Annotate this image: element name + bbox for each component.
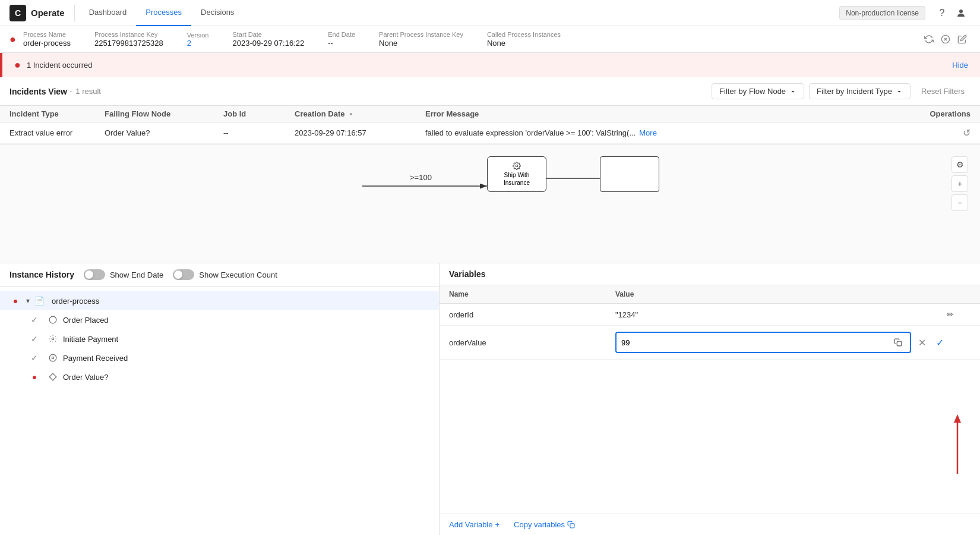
cell-failing-flow-node: Order Value? (105, 127, 223, 139)
svg-point-9 (52, 338, 54, 340)
history-expand-btn[interactable]: ▾ (26, 297, 30, 305)
show-execution-count-toggle-group: Show Execution Count (173, 269, 277, 280)
flow-line-svg (546, 172, 606, 184)
flow-zoom-out-btn[interactable]: − (951, 194, 968, 211)
flow-node-label: Ship WithInsurance (504, 171, 530, 187)
parent-key-label: Parent Process Instance Key (379, 31, 463, 38)
flow-settings-btn[interactable]: ⚙ (951, 156, 968, 173)
circle-gear-icon (48, 353, 58, 363)
incidents-title: Incidents View (10, 87, 67, 96)
var-copy-btn[interactable] (891, 335, 905, 350)
history-item-order-placed: ✓ Order Placed (19, 310, 439, 329)
license-badge: Non-production license (839, 6, 925, 20)
filter-flow-node-btn[interactable]: Filter by Flow Node (712, 83, 804, 99)
incidents-section: Incidents View - 1 result Filter by Flow… (0, 77, 980, 144)
user-icon[interactable] (951, 4, 970, 23)
cell-creation-date: 2023-09-29 07:16:57 (295, 127, 425, 139)
col-failing-flow-node: Failing Flow Node (105, 109, 223, 118)
history-title: Instance History (10, 270, 74, 279)
circle-icon (48, 314, 58, 325)
copy-variables-btn[interactable]: Copy variables (514, 520, 575, 529)
history-item-process[interactable]: ● ▾ 📄 order-process (0, 291, 439, 310)
parent-key-group: Parent Process Instance Key None (379, 31, 463, 48)
var-edit-btn-orderid[interactable]: ✏ (947, 310, 970, 319)
variables-title: Variables (449, 269, 486, 279)
history-error-icon-2: ● (29, 371, 40, 383)
chevron-down-icon (789, 88, 796, 95)
instance-key-value: 2251799813725328 (94, 39, 163, 48)
history-doc-icon: 📄 (34, 296, 45, 306)
nav-decisions[interactable]: Decisions (191, 0, 244, 26)
bottom-split: Instance History Show End Date Show Exec… (0, 263, 980, 535)
svg-marker-16 (954, 414, 961, 423)
show-execution-count-label: Show Execution Count (199, 270, 277, 279)
version-label: Version (187, 32, 209, 39)
show-execution-count-toggle[interactable] (173, 269, 194, 280)
flow-controls: ⚙ + − (951, 156, 968, 211)
gear-icon (513, 162, 521, 170)
history-check-icon-3: ✓ (29, 352, 40, 364)
diamond-icon (48, 372, 58, 382)
called-instances-value: None (487, 39, 561, 48)
flow-node-next (600, 156, 659, 192)
col-creation-date: Creation Date (295, 109, 425, 118)
variables-list: orderId "1234" ✏ orderValue (440, 304, 980, 514)
process-name-value: order-process (23, 39, 71, 48)
page: C Operate Dashboard Processes Decisions … (0, 0, 980, 535)
toggle-knob-exec-count (174, 270, 182, 279)
svg-point-0 (959, 10, 963, 13)
svg-marker-12 (49, 373, 56, 380)
var-edit-area: ✕ ✓ (615, 332, 947, 353)
top-nav: C Operate Dashboard Processes Decisions … (0, 0, 980, 26)
cell-operations: ↺ (887, 127, 970, 139)
filter-flow-node-label: Filter by Flow Node (719, 87, 786, 96)
variables-footer: Add Variable + Copy variables (440, 514, 980, 535)
variable-row-orderid: orderId "1234" ✏ (440, 304, 980, 326)
flow-diagram-area: >=100 Ship WithInsurance ⚙ (0, 144, 980, 263)
var-name-ordervalue: orderValue (449, 338, 615, 347)
help-icon[interactable]: ? (932, 4, 951, 23)
incidents-separator: - (69, 87, 72, 96)
var-cancel-btn[interactable]: ✕ (915, 335, 929, 350)
nav-processes[interactable]: Processes (136, 0, 191, 26)
var-confirm-btn[interactable]: ✓ (932, 335, 947, 350)
history-item-order-value: ● Order Value? (19, 367, 439, 386)
instance-key-group: Process Instance Key 2251799813725328 (94, 31, 163, 48)
modify-icon[interactable] (954, 31, 970, 48)
error-more-link[interactable]: More (639, 128, 657, 137)
variables-panel: Variables Name Value orderId "1234" ✏ (440, 263, 980, 535)
logo-area: C Operate (10, 5, 75, 21)
start-date-value: 2023-09-29 07:16:22 (232, 39, 304, 48)
toggle-knob-end-date (85, 270, 93, 279)
incident-hide-link[interactable]: Hide (952, 61, 968, 70)
show-end-date-toggle[interactable] (84, 269, 105, 280)
nav-dashboard[interactable]: Dashboard (80, 0, 137, 26)
version-group: Version 2 (187, 32, 209, 48)
flow-zoom-in-btn[interactable]: + (951, 175, 968, 192)
instance-key-label: Process Instance Key (94, 31, 163, 38)
flow-node-ship-insurance: Ship WithInsurance (487, 156, 546, 192)
end-date-group: End Date -- (328, 31, 355, 48)
var-value-orderid: "1234" (615, 310, 947, 319)
var-edit-input-ordervalue[interactable] (621, 338, 889, 347)
incidents-table-row: Extract value error Order Value? -- 2023… (0, 122, 980, 144)
app-logo: C (10, 5, 26, 21)
retry-icon[interactable] (921, 31, 937, 48)
filter-incident-type-btn[interactable]: Filter by Incident Type (809, 83, 911, 99)
version-value[interactable]: 2 (187, 39, 209, 48)
reset-filters-btn[interactable]: Reset Filters (915, 84, 970, 99)
history-item-initiate-payment: ✓ Initiate Payment (19, 329, 439, 348)
instance-history-panel: Instance History Show End Date Show Exec… (0, 263, 440, 535)
chevron-down-icon-2 (896, 88, 903, 95)
incidents-table-header: Incident Type Failing Flow Node Job Id C… (0, 106, 980, 122)
history-process-name: order-process (52, 297, 99, 306)
cancel-icon[interactable] (937, 31, 954, 48)
end-date-value: -- (328, 39, 355, 48)
var-edit-input-wrap (615, 332, 911, 353)
add-variable-btn[interactable]: Add Variable + (449, 520, 500, 529)
history-item-payment-received: ✓ Payment Received (19, 348, 439, 367)
retry-operation-icon[interactable]: ↺ (963, 127, 970, 139)
svg-point-6 (516, 165, 518, 167)
incident-banner-text: 1 Incident occurred (27, 61, 946, 70)
filter-incident-type-label: Filter by Incident Type (817, 87, 892, 96)
